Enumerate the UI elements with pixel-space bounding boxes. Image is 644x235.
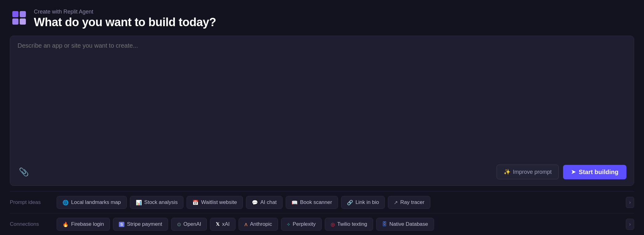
fire-icon: 🔥 bbox=[62, 221, 69, 227]
chat-icon: 💬 bbox=[252, 200, 258, 205]
improve-prompt-label: Improve prompt bbox=[513, 169, 552, 175]
app-container: Create with Replit Agent What do you wan… bbox=[0, 0, 644, 235]
chip-firebase-login[interactable]: 🔥 Firebase login bbox=[57, 218, 110, 231]
attach-button[interactable]: 📎 bbox=[18, 166, 30, 178]
header-text: Create with Replit Agent What do you wan… bbox=[34, 9, 216, 29]
chart-icon: 📊 bbox=[136, 200, 142, 205]
main-textarea[interactable] bbox=[18, 42, 626, 161]
start-building-button[interactable]: ➤ Start building bbox=[563, 165, 626, 179]
prompt-ideas-label: Prompt ideas bbox=[10, 199, 53, 205]
chip-perplexity[interactable]: ⟡ Perplexity bbox=[281, 218, 322, 231]
textarea-toolbar: 📎 ✨ Improve prompt ➤ Start building bbox=[18, 165, 626, 179]
svg-rect-2 bbox=[12, 18, 18, 25]
chip-waitlist-website[interactable]: 📅 Waitlist website bbox=[187, 196, 243, 209]
chip-twilio-texting-label: Twilio texting bbox=[337, 221, 367, 227]
header: Create with Replit Agent What do you wan… bbox=[10, 9, 634, 29]
chip-perplexity-label: Perplexity bbox=[293, 221, 316, 227]
paperclip-icon: 📎 bbox=[19, 167, 29, 177]
chip-xai-label: xAI bbox=[222, 221, 230, 227]
send-icon: ➤ bbox=[571, 169, 576, 175]
calendar-icon: 📅 bbox=[192, 200, 199, 205]
stripe-icon: S bbox=[119, 222, 125, 227]
connections-label: Connections bbox=[10, 221, 53, 227]
chip-stripe-payment-label: Stripe payment bbox=[127, 221, 162, 227]
toolbar-right: ✨ Improve prompt ➤ Start building bbox=[497, 165, 626, 179]
chip-stripe-payment[interactable]: S Stripe payment bbox=[113, 218, 168, 231]
connections-chips: 🔥 Firebase login S Stripe payment ⊙ Open… bbox=[57, 218, 622, 231]
bottom-bar: Prompt ideas 🌐 Local landmarks map 📊 Sto… bbox=[10, 191, 634, 235]
connections-row: Connections 🔥 Firebase login S Stripe pa… bbox=[10, 213, 634, 235]
header-subtitle: Create with Replit Agent bbox=[34, 9, 216, 15]
chip-book-scanner-label: Book scanner bbox=[300, 199, 332, 205]
chip-stock-analysis-label: Stock analysis bbox=[144, 199, 178, 205]
chip-ray-tracer-label: Ray tracer bbox=[400, 199, 424, 205]
prompt-ideas-row: Prompt ideas 🌐 Local landmarks map 📊 Sto… bbox=[10, 191, 634, 213]
textarea-container: 📎 ✨ Improve prompt ➤ Start building bbox=[10, 36, 634, 186]
chip-xai[interactable]: 𝕏 xAI bbox=[210, 218, 235, 231]
chip-twilio-texting[interactable]: ◎ Twilio texting bbox=[325, 218, 373, 231]
chip-anthropic[interactable]: Λ Anthropic bbox=[239, 218, 278, 231]
svg-rect-1 bbox=[20, 11, 26, 17]
svg-rect-3 bbox=[20, 18, 26, 25]
anthropic-icon: Λ bbox=[244, 222, 248, 227]
twilio-icon: ◎ bbox=[331, 221, 335, 227]
chip-openai[interactable]: ⊙ OpenAI bbox=[171, 218, 207, 231]
prompt-ideas-chips: 🌐 Local landmarks map 📊 Stock analysis 📅… bbox=[57, 196, 622, 209]
chip-stock-analysis[interactable]: 📊 Stock analysis bbox=[130, 196, 184, 209]
chip-link-in-bio[interactable]: 🔗 Link in bio bbox=[341, 196, 385, 209]
chip-native-database-label: Native Database bbox=[389, 221, 428, 227]
header-title: What do you want to build today? bbox=[34, 16, 216, 29]
xai-icon: 𝕏 bbox=[216, 221, 219, 227]
chip-waitlist-website-label: Waitlist website bbox=[201, 199, 237, 205]
globe-icon: 🌐 bbox=[62, 200, 69, 205]
sparkle-icon: ✨ bbox=[504, 169, 510, 175]
connections-scroll-right[interactable]: › bbox=[626, 219, 634, 230]
perplexity-icon: ⟡ bbox=[287, 221, 290, 227]
ray-icon: ↗ bbox=[394, 200, 398, 205]
openai-icon: ⊙ bbox=[177, 221, 181, 227]
book-icon: 📖 bbox=[292, 200, 298, 205]
chip-firebase-login-label: Firebase login bbox=[71, 221, 104, 227]
chip-openai-label: OpenAI bbox=[183, 221, 201, 227]
svg-rect-0 bbox=[12, 11, 18, 17]
chip-anthropic-label: Anthropic bbox=[250, 221, 272, 227]
replit-logo bbox=[10, 9, 28, 27]
prompt-ideas-scroll-right[interactable]: › bbox=[626, 197, 634, 208]
link-icon: 🔗 bbox=[347, 200, 353, 205]
start-building-label: Start building bbox=[579, 169, 618, 176]
chip-ai-chat[interactable]: 💬 AI chat bbox=[246, 196, 283, 209]
chip-book-scanner[interactable]: 📖 Book scanner bbox=[286, 196, 338, 209]
chip-local-landmarks[interactable]: 🌐 Local landmarks map bbox=[57, 196, 127, 209]
chip-local-landmarks-label: Local landmarks map bbox=[71, 199, 121, 205]
chip-native-database[interactable]: 🗄 Native Database bbox=[376, 218, 434, 231]
chip-ai-chat-label: AI chat bbox=[260, 199, 277, 205]
improve-prompt-button[interactable]: ✨ Improve prompt bbox=[497, 165, 559, 179]
chip-ray-tracer[interactable]: ↗ Ray tracer bbox=[388, 196, 430, 209]
chip-link-in-bio-label: Link in bio bbox=[356, 199, 379, 205]
database-icon: 🗄 bbox=[382, 221, 387, 227]
